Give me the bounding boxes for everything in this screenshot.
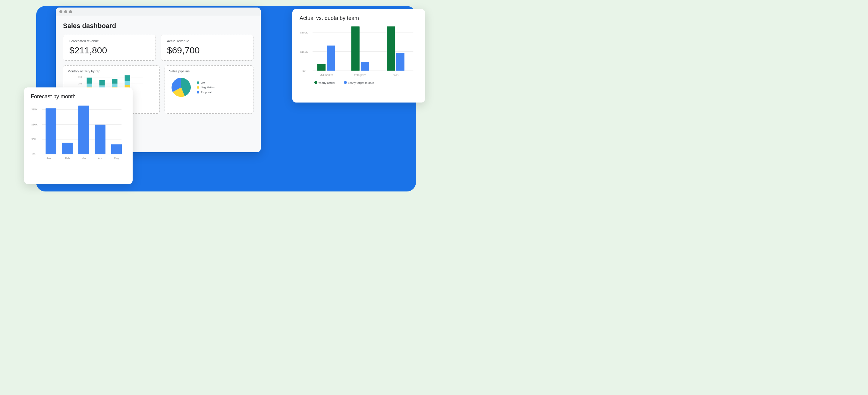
actual-revenue-value: $69,700 — [167, 45, 247, 56]
svg-text:Mar: Mar — [82, 157, 86, 160]
dot-1 — [59, 10, 62, 13]
proposal-legend-label: Proposal — [201, 91, 212, 94]
svg-rect-61 — [317, 64, 326, 70]
svg-rect-18 — [112, 84, 118, 87]
svg-rect-64 — [361, 62, 369, 70]
dashboard-title: Sales dashboard — [63, 22, 253, 30]
quota-title: Actual vs. quota by team — [300, 15, 418, 22]
dot-3 — [69, 10, 72, 13]
negotiation-legend-label: Negotiation — [201, 86, 215, 89]
pipeline-title: Sales pipeline — [169, 69, 249, 73]
svg-rect-46 — [62, 143, 73, 154]
forecast-title: Forecast by month — [31, 93, 126, 100]
svg-rect-49 — [111, 145, 122, 154]
svg-text:100: 100 — [79, 83, 82, 85]
svg-rect-47 — [79, 105, 89, 154]
svg-text:$5K: $5K — [31, 138, 36, 141]
svg-rect-63 — [351, 26, 360, 70]
svg-rect-15 — [99, 80, 105, 86]
svg-rect-45 — [45, 108, 56, 154]
svg-text:Enterprize: Enterprize — [354, 73, 366, 77]
svg-text:Apr: Apr — [98, 157, 102, 160]
svg-text:$150K: $150K — [300, 50, 308, 53]
sales-pipeline-card: Sales pipeline — [164, 65, 253, 114]
forecasted-revenue-card: Forecasted revenue $211,800 — [63, 35, 156, 61]
forecasted-revenue-value: $211,800 — [69, 45, 150, 56]
monthly-activity-title: Monthly activity by rep — [67, 69, 155, 73]
actual-revenue-card: Actual revenue $69,700 — [161, 35, 253, 61]
svg-text:$300K: $300K — [300, 31, 308, 34]
scene: Sales dashboard Forecasted revenue $211,… — [0, 0, 434, 198]
svg-text:Feb: Feb — [65, 157, 70, 160]
window-titlebar — [56, 7, 261, 16]
svg-text:Yearly actual: Yearly actual — [318, 81, 335, 85]
svg-text:SMB: SMB — [393, 73, 398, 77]
svg-rect-22 — [125, 81, 130, 85]
svg-rect-11 — [87, 78, 92, 84]
svg-text:$0: $0 — [303, 69, 306, 72]
svg-rect-66 — [396, 53, 404, 71]
svg-text:150: 150 — [79, 76, 82, 78]
actual-revenue-label: Actual revenue — [167, 39, 247, 43]
svg-point-70 — [314, 81, 317, 84]
svg-text:Yearly target to date: Yearly target to date — [348, 81, 374, 85]
svg-point-72 — [344, 81, 347, 84]
svg-text:$15K: $15K — [31, 108, 38, 111]
forecasted-revenue-label: Forecasted revenue — [69, 39, 150, 43]
dot-2 — [64, 10, 67, 13]
metrics-row: Forecasted revenue $211,800 Actual reven… — [63, 35, 253, 61]
pipeline-pie-chart — [169, 75, 193, 99]
forecast-window: Forecast by month $15K $10K $5K $0 J — [24, 87, 133, 184]
quota-window: Actual vs. quota by team $300K $150K $0 … — [292, 9, 425, 102]
svg-rect-23 — [125, 75, 130, 81]
svg-rect-62 — [327, 45, 335, 70]
svg-rect-65 — [387, 26, 395, 70]
svg-rect-19 — [112, 79, 118, 84]
forecast-chart-svg: $15K $10K $5K $0 Jan Feb Mar Apr — [31, 104, 126, 171]
svg-rect-48 — [95, 125, 105, 154]
svg-text:$0: $0 — [33, 153, 36, 156]
svg-text:May: May — [114, 157, 119, 160]
svg-text:Mid market: Mid market — [319, 73, 333, 77]
svg-text:Jan: Jan — [46, 157, 51, 160]
svg-rect-10 — [87, 84, 92, 87]
won-legend-label: Won — [201, 81, 206, 84]
svg-text:$10K: $10K — [31, 123, 38, 126]
quota-chart-svg: $300K $150K $0 Mid market Enterprize SMB — [300, 26, 418, 98]
